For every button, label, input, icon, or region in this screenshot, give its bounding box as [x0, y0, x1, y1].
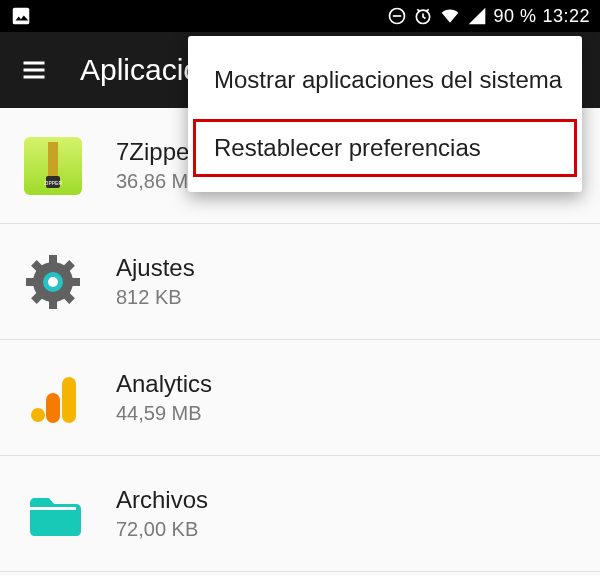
app-icon-ajustes	[24, 253, 82, 311]
app-size: 44,59 MB	[116, 402, 212, 425]
svg-text:ZIPPER: ZIPPER	[44, 180, 62, 186]
picture-icon	[10, 5, 32, 27]
overflow-menu: Mostrar aplicaciones del sistema Restabl…	[188, 36, 582, 192]
menu-item-show-system-apps[interactable]: Mostrar aplicaciones del sistema	[188, 46, 582, 114]
svg-point-17	[48, 277, 58, 287]
app-size: 812 KB	[116, 286, 195, 309]
svg-rect-0	[13, 8, 30, 25]
dnd-icon	[387, 6, 407, 26]
battery-text: 90 %	[493, 6, 536, 27]
wifi-icon	[439, 6, 461, 26]
menu-item-reset-preferences[interactable]: Restablecer preferencias	[188, 114, 582, 182]
app-icon-7zipper: ZIPPER	[24, 137, 82, 195]
cellular-icon	[467, 6, 487, 26]
svg-rect-10	[26, 278, 36, 286]
alarm-icon	[413, 6, 433, 26]
svg-rect-11	[70, 278, 80, 286]
app-icon-analytics	[24, 369, 82, 427]
hamburger-icon	[20, 56, 48, 84]
svg-rect-21	[30, 507, 76, 510]
app-icon-archivos	[24, 485, 82, 543]
svg-rect-19	[46, 393, 60, 423]
screen: 90 % 13:22 Aplicaciones ZIPPER 7Zipper 3…	[0, 0, 600, 576]
app-row[interactable]: Analytics 44,59 MB	[0, 340, 600, 456]
app-row[interactable]: Archivos 72,00 KB	[0, 456, 600, 572]
app-name: Analytics	[116, 370, 212, 398]
hamburger-button[interactable]	[18, 54, 50, 86]
svg-rect-8	[49, 255, 57, 265]
svg-rect-4	[48, 142, 58, 178]
app-row[interactable]: Ajustes 812 KB	[0, 224, 600, 340]
app-name: Ajustes	[116, 254, 195, 282]
svg-point-18	[31, 408, 45, 422]
app-size: 72,00 KB	[116, 518, 208, 541]
statusbar: 90 % 13:22	[0, 0, 600, 32]
svg-rect-2	[393, 15, 401, 17]
svg-rect-9	[49, 299, 57, 309]
app-name: Archivos	[116, 486, 208, 514]
time-text: 13:22	[542, 6, 590, 27]
svg-rect-20	[62, 377, 76, 423]
